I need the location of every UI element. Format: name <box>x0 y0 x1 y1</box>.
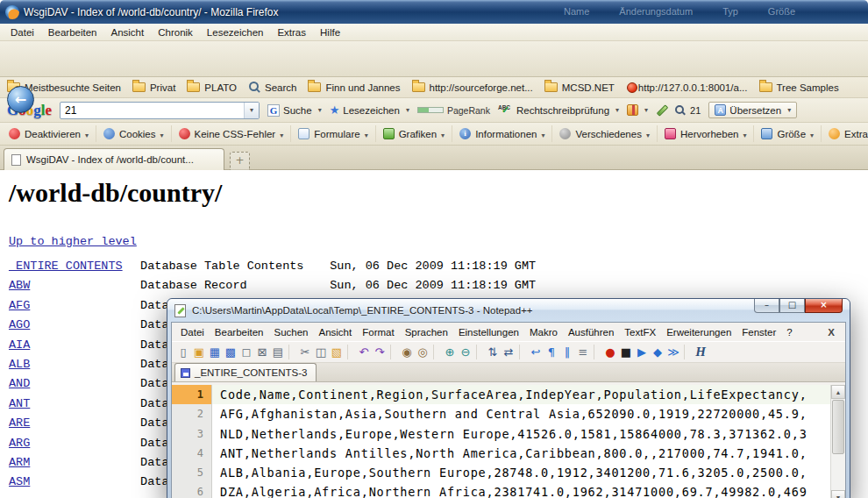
save-all-icon[interactable]: ▩ <box>223 344 238 360</box>
bookmark-item[interactable]: Privat <box>132 82 175 93</box>
entry-link[interactable]: ARE <box>9 414 133 433</box>
pagerank-indicator[interactable]: PageRank <box>417 105 490 116</box>
entry-link[interactable]: ARM <box>9 453 133 473</box>
webdev-menu-item[interactable]: Keine CSS-Fehler <box>172 125 292 142</box>
webdev-menu-item[interactable]: Extras <box>822 125 868 142</box>
play-macro-icon[interactable]: ▶ <box>634 344 650 360</box>
bookmark-item[interactable]: Finn und Jannes <box>308 82 400 93</box>
new-tab-button[interactable]: + <box>230 152 250 170</box>
menu-item[interactable]: Ansicht <box>103 25 151 39</box>
menu-item[interactable]: Bearbeiten <box>41 25 104 39</box>
word-wrap-icon[interactable]: ↩ <box>528 344 544 360</box>
notepadpp-titlebar[interactable]: C:\Users\Martin\AppData\Local\Temp\_ENTI… <box>167 299 850 322</box>
show-all-chars-icon[interactable]: ¶ <box>544 344 559 360</box>
webdev-menu-item[interactable]: Informationen <box>452 125 552 142</box>
menu-item[interactable]: Einstellungen <box>453 325 524 339</box>
new-file-icon[interactable]: ▯ <box>175 344 191 360</box>
zoom-in-icon[interactable]: ⊕ <box>442 344 458 360</box>
find-icon[interactable]: ◉ <box>399 344 415 360</box>
paste-icon[interactable]: ▧ <box>329 344 345 360</box>
maximize-button[interactable]: □ <box>779 299 805 313</box>
menu-item[interactable]: Format <box>357 325 399 339</box>
webdev-menu-item[interactable]: Hervorheben <box>658 125 755 142</box>
menu-item[interactable]: ? <box>781 325 797 339</box>
close-all-icon[interactable]: ⊠ <box>254 344 270 360</box>
search-history-dropdown-icon[interactable] <box>244 103 259 118</box>
menu-item[interactable]: Bearbeiten <box>210 325 269 339</box>
google-search-box[interactable] <box>60 102 260 119</box>
stop-macro-icon[interactable]: ■ <box>618 344 634 360</box>
autofill-button[interactable] <box>656 104 667 116</box>
spellcheck-button[interactable]: ABC Rechtschreibprüfung <box>498 104 619 117</box>
entry-link[interactable]: AIA <box>9 336 133 355</box>
menu-item[interactable]: Sprachen <box>400 325 453 339</box>
menu-item[interactable]: TextFX <box>619 325 661 339</box>
webdev-menu-item[interactable]: Verschiedenes <box>552 125 657 142</box>
menu-item[interactable]: Datei <box>175 325 210 339</box>
vertical-scrollbar[interactable] <box>830 385 845 498</box>
menu-item[interactable]: Extras <box>270 25 313 39</box>
menu-item[interactable]: Suchen <box>268 325 313 339</box>
bookmark-item[interactable]: PLATO <box>187 82 237 93</box>
webdev-menu-item[interactable]: Größe <box>754 125 822 142</box>
scroll-down-arrow[interactable] <box>831 490 845 498</box>
entry-link[interactable]: AND <box>9 374 133 394</box>
bookmark-item[interactable]: http://127.0.0.1:8001/a... <box>626 82 748 93</box>
menu-item[interactable]: Makro <box>524 325 563 339</box>
close-document-button[interactable]: X <box>824 325 838 339</box>
print-icon[interactable]: ▤ <box>270 344 286 360</box>
google-search-button[interactable]: Suche <box>267 104 322 117</box>
menu-item[interactable]: Chronik <box>151 25 200 39</box>
replace-icon[interactable]: ◎ <box>415 344 430 360</box>
undo-icon[interactable]: ↶ <box>356 344 372 360</box>
entry-link[interactable]: ALB <box>9 355 133 374</box>
minimize-button[interactable]: – <box>754 299 779 313</box>
entry-link[interactable]: ASM <box>9 473 133 492</box>
entry-link[interactable]: _ENTIRE_CONTENTS <box>9 257 133 276</box>
editor-area[interactable]: 1 Code,Name,Continent,Region,SurfaceArea… <box>172 385 845 498</box>
sync-horizontal-icon[interactable]: ⇄ <box>501 344 516 360</box>
webdev-menu-item[interactable]: Deaktivieren <box>2 125 96 142</box>
bookmark-item[interactable]: http://sourceforge.net... <box>412 82 533 93</box>
redo-icon[interactable]: ↷ <box>372 344 388 360</box>
scroll-up-arrow[interactable] <box>831 385 845 399</box>
close-button[interactable]: × <box>805 299 843 313</box>
save-macro-icon[interactable]: ◆ <box>650 344 665 360</box>
run-macro-icon[interactable]: ≫ <box>665 344 681 360</box>
record-macro-icon[interactable]: ● <box>602 344 618 360</box>
entry-link[interactable]: ANT <box>9 395 133 414</box>
entry-link[interactable]: ARG <box>9 434 133 453</box>
save-icon[interactable]: ▦ <box>207 344 223 360</box>
html-view-icon[interactable]: H <box>693 344 708 360</box>
scroll-thumb[interactable] <box>832 400 844 454</box>
cut-icon[interactable]: ✂ <box>297 344 313 360</box>
up-to-higher-level-link[interactable]: Up to higher level <box>9 235 137 248</box>
send-to-button[interactable] <box>627 104 648 116</box>
menu-item[interactable]: Hilfe <box>313 25 347 39</box>
bookmark-item[interactable]: MCSD.NET <box>544 82 615 93</box>
menu-item[interactable]: Ausführen <box>563 325 619 339</box>
bookmark-item[interactable]: Search <box>248 82 296 93</box>
menu-item[interactable]: Fenster <box>736 325 781 339</box>
doc-map-icon[interactable]: ≡ <box>575 344 591 360</box>
menu-item[interactable]: Datei <box>4 25 41 39</box>
entry-link[interactable]: ABW <box>9 276 133 295</box>
webdev-menu-item[interactable]: Grafiken <box>376 125 452 142</box>
menu-item[interactable]: Lesezeichen <box>200 25 271 39</box>
webdev-menu-item[interactable]: Cookies <box>96 125 172 142</box>
google-search-input[interactable] <box>60 103 244 117</box>
menu-item[interactable]: Ansicht <box>314 325 358 339</box>
copy-icon[interactable]: ◫ <box>313 344 329 360</box>
open-file-icon[interactable]: ▣ <box>191 344 207 360</box>
zoom-out-icon[interactable]: ⊖ <box>458 344 473 360</box>
entry-link[interactable]: AFG <box>9 296 133 316</box>
translate-button[interactable]: Übersetzen <box>708 102 797 118</box>
sync-vertical-icon[interactable]: ⇅ <box>485 344 501 360</box>
menu-item[interactable]: Erweiterungen <box>661 325 736 339</box>
close-file-icon[interactable]: ◻ <box>238 344 254 360</box>
bookmark-item[interactable]: Tree Samples <box>759 82 839 93</box>
webdev-menu-item[interactable]: Formulare <box>291 125 375 142</box>
google-bookmarks-button[interactable]: Lesezeichen <box>330 103 409 117</box>
tab-wsgidav[interactable]: WsgiDAV - Index of /world-db/count... <box>4 148 224 170</box>
entry-link[interactable]: AGO <box>9 316 133 335</box>
